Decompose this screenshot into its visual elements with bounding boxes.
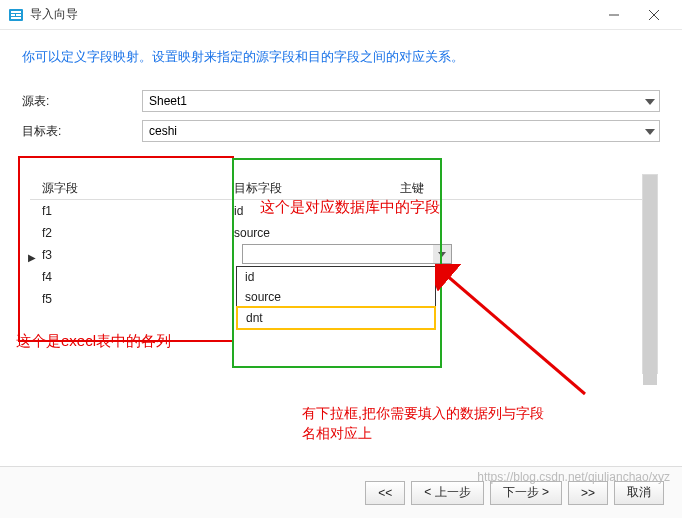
window-title: 导入向导 — [30, 6, 594, 23]
svg-marker-8 — [645, 99, 655, 105]
chevron-down-icon[interactable] — [433, 245, 451, 263]
svg-marker-10 — [438, 252, 446, 257]
cell-target[interactable]: source — [230, 226, 400, 240]
source-table-select[interactable]: Sheet1 — [142, 90, 660, 112]
svg-rect-1 — [11, 11, 21, 13]
svg-marker-9 — [645, 129, 655, 135]
svg-rect-3 — [16, 14, 21, 16]
annotation-text-green: 这个是对应数据库中的字段 — [260, 198, 440, 217]
form-area: 源表: Sheet1 目标表: ceshi — [0, 90, 682, 160]
cell-source-text: f3 — [42, 248, 52, 262]
minimize-button[interactable] — [594, 0, 634, 30]
chevron-down-icon — [645, 94, 655, 108]
app-icon — [8, 7, 24, 23]
last-button[interactable]: >> — [568, 481, 608, 505]
wizard-description: 你可以定义字段映射。设置映射来指定的源字段和目的字段之间的对应关系。 — [0, 30, 682, 90]
scrollbar-thumb[interactable] — [643, 175, 657, 385]
target-table-select[interactable]: ceshi — [142, 120, 660, 142]
annotation-text-left: 这个是execl表中的各列 — [16, 332, 171, 351]
annotation-line: 名相对应上 — [302, 425, 372, 441]
svg-rect-4 — [11, 17, 21, 19]
combo-option[interactable]: source — [237, 287, 435, 307]
cancel-button[interactable]: 取消 — [614, 481, 664, 505]
cell-source: f1 — [30, 204, 230, 218]
watermark-text: https://blog.csdn.net/qiulianchao/xyz — [477, 470, 670, 484]
header-source-field: 源字段 — [30, 180, 230, 197]
svg-rect-2 — [11, 14, 15, 16]
cell-source: f2 — [30, 226, 230, 240]
vertical-scrollbar[interactable] — [642, 174, 658, 374]
header-primary-key: 主键 — [400, 180, 470, 197]
cell-source: f5 — [30, 292, 230, 306]
annotation-line: 有下拉框,把你需要填入的数据列与字段 — [302, 405, 544, 421]
target-field-combobox[interactable] — [242, 244, 452, 264]
window-titlebar: 导入向导 — [0, 0, 682, 30]
source-table-label: 源表: — [22, 93, 142, 110]
prev-button[interactable]: < 上一步 — [411, 481, 483, 505]
first-button[interactable]: << — [365, 481, 405, 505]
combo-option[interactable]: dnt — [236, 306, 436, 330]
source-table-row: 源表: Sheet1 — [22, 90, 660, 112]
cell-source: ▶f3 — [30, 248, 230, 262]
source-table-value: Sheet1 — [149, 94, 187, 108]
table-row[interactable]: f2 source — [30, 222, 652, 244]
close-button[interactable] — [634, 0, 674, 30]
target-table-row: 目标表: ceshi — [22, 120, 660, 142]
target-table-value: ceshi — [149, 124, 177, 138]
chevron-down-icon — [645, 124, 655, 138]
target-table-label: 目标表: — [22, 123, 142, 140]
header-target-field: 目标字段 — [230, 180, 400, 197]
row-pointer-icon: ▶ — [28, 252, 36, 263]
combobox-dropdown[interactable]: id source dnt — [236, 266, 436, 330]
grid-header: 源字段 目标字段 主键 — [30, 178, 652, 200]
combo-option[interactable]: id — [237, 267, 435, 287]
annotation-text-bottom: 有下拉框,把你需要填入的数据列与字段 名相对应上 — [302, 403, 544, 444]
cell-source: f4 — [30, 270, 230, 284]
next-button[interactable]: 下一步 > — [490, 481, 562, 505]
